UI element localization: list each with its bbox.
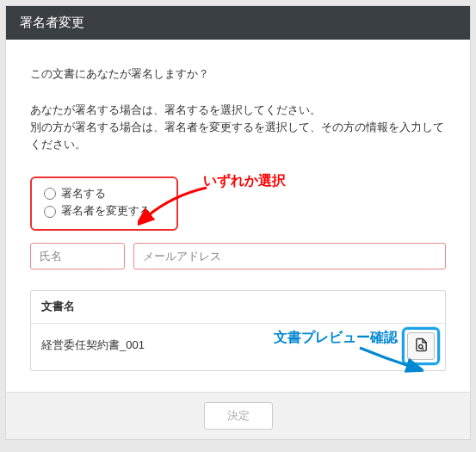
modal-body: この文書にあなたが署名しますか？ あなたが署名する場合は、署名するを選択してくだ… xyxy=(6,40,470,392)
svg-line-1 xyxy=(422,348,423,350)
description-line-1: あなたが署名する場合は、署名するを選択してください。 xyxy=(30,103,321,116)
modal-title: 署名者変更 xyxy=(20,15,84,29)
description-text: あなたが署名する場合は、署名するを選択してください。 別の方が署名する場合は、署… xyxy=(30,102,446,153)
document-row: 経営委任契約書_001 xyxy=(31,324,445,370)
question-text: この文書にあなたが署名しますか？ xyxy=(30,65,446,83)
document-label: 文書名 xyxy=(31,291,445,323)
radio-sign-label: 署名する xyxy=(61,185,106,203)
modal-header: 署名者変更 xyxy=(6,6,470,40)
document-name: 経営委任契約書_001 xyxy=(41,337,145,354)
document-section: 文書名 経営委任契約書_001 xyxy=(30,290,446,370)
radio-sign-input[interactable] xyxy=(44,188,56,200)
description-line-2: 別の方が署名する場合は、署名者を変更するを選択して、その方の情報を入力してくださ… xyxy=(30,121,444,151)
document-preview-icon xyxy=(414,337,429,355)
signer-change-modal: 署名者変更 この文書にあなたが署名しますか？ あなたが署名する場合は、署名するを… xyxy=(5,5,471,440)
radio-change-signer[interactable]: 署名者を変更する xyxy=(44,202,164,220)
document-preview-button[interactable] xyxy=(407,332,435,360)
svg-point-0 xyxy=(418,344,422,348)
radio-sign[interactable]: 署名する xyxy=(44,185,164,203)
radio-change-signer-input[interactable] xyxy=(44,206,56,218)
email-field[interactable] xyxy=(133,243,446,269)
signer-info-inputs xyxy=(30,243,446,269)
modal-footer: 決定 xyxy=(6,392,470,439)
submit-button[interactable]: 決定 xyxy=(204,402,273,430)
radio-group-highlight: 署名する 署名者を変更する xyxy=(30,176,178,232)
radio-change-signer-label: 署名者を変更する xyxy=(61,202,151,220)
name-field[interactable] xyxy=(30,243,125,269)
